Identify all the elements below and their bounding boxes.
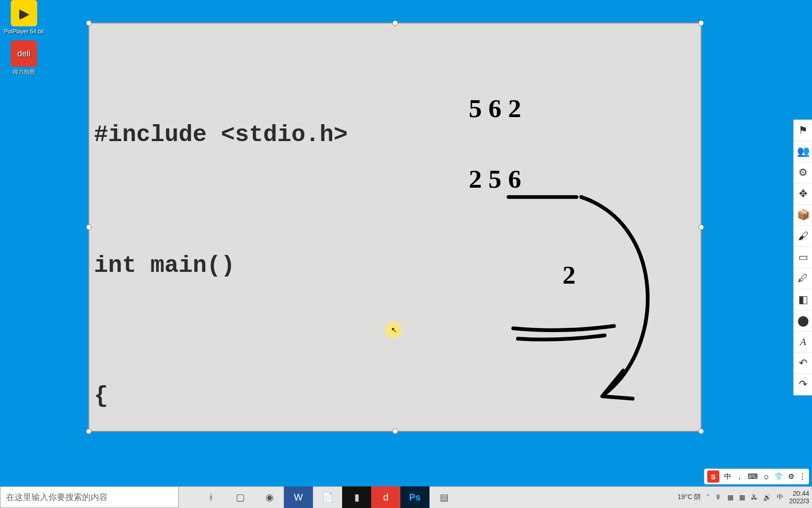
resize-handle-bottom-left[interactable]	[86, 429, 92, 434]
taskbar-notepad-icon[interactable]: 📄	[313, 486, 342, 508]
taskbar-photoshop-icon[interactable]: Ps	[400, 486, 429, 508]
resize-handle-top-left[interactable]	[86, 20, 92, 26]
select-tool-icon[interactable]: ▭	[794, 247, 812, 268]
tray-app-icon[interactable]: ▦	[739, 493, 745, 501]
desktop-icons: ▶ PotPlayer 64 bit deli 得力拍照	[3, 0, 45, 75]
tray-weather[interactable]: 19°C 阴	[678, 493, 701, 501]
package-tool-icon[interactable]: 📦	[794, 205, 812, 226]
tray-volume-icon[interactable]: 🔊	[763, 493, 771, 501]
desktop-icon-deli[interactable]: deli 得力拍照	[3, 40, 45, 75]
text-tool-icon[interactable]: A	[794, 332, 812, 353]
ime-item[interactable]: ⌨	[748, 472, 758, 481]
tray-mic-icon[interactable]: 🎙	[715, 493, 722, 501]
search-placeholder: 在这里输入你要搜索的内容	[6, 492, 108, 503]
search-input[interactable]: 在这里输入你要搜索的内容	[0, 486, 179, 508]
tray-ime[interactable]: 中	[777, 493, 783, 501]
system-tray: 19°C 阴 ˄ 🎙 ▦ ▦ 🖧 🔊 中 20:442022/3	[678, 486, 809, 508]
deli-icon: deli	[11, 40, 37, 67]
taskbar: 在这里输入你要搜索的内容 ᚼ ▢ ◉ W 📄 ▮ d Ps ▤ 19°C 阴 ˄…	[0, 486, 812, 508]
ime-item[interactable]: ，	[736, 472, 743, 481]
desktop-icon-label: 得力拍照	[13, 69, 35, 75]
taskbar-bluetooth-icon[interactable]: ᚼ	[196, 486, 226, 508]
gear-tool-icon[interactable]: ⚙	[794, 162, 812, 183]
eraser-tool-icon[interactable]: ◧	[794, 289, 812, 310]
undo-tool-icon[interactable]: ↶	[794, 353, 812, 374]
annotation-tool-panel: ⚑ 👥 ⚙ ✥ 📦 🖌 ▭ 🖊 ◧ ⬤ A ↶ ↷	[793, 119, 812, 396]
taskbar-cmd-icon[interactable]: ▮	[342, 486, 371, 508]
tray-app-icon[interactable]: ▦	[727, 493, 734, 501]
shapes-tool-icon[interactable]: ⬤	[794, 310, 812, 332]
taskbar-taskview-icon[interactable]: ▢	[226, 486, 255, 508]
taskbar-chrome-icon[interactable]: ◉	[255, 486, 284, 508]
taskbar-deli-icon[interactable]: d	[371, 486, 400, 508]
group-tool-icon[interactable]: 👥	[794, 141, 812, 162]
resize-handle-middle-left[interactable]	[86, 224, 92, 230]
resize-handle-middle-right[interactable]	[698, 224, 704, 230]
move-tool-icon[interactable]: ✥	[794, 183, 812, 205]
flag-tool-icon[interactable]: ⚑	[794, 120, 812, 141]
code-content: #include <stdio.h> int main() { int a, b…	[94, 26, 696, 508]
ime-item[interactable]: ⋮	[799, 472, 806, 481]
desktop-icon-potplayer[interactable]: ▶ PotPlayer 64 bit	[3, 0, 45, 35]
tray-clock[interactable]: 20:442022/3	[789, 490, 809, 505]
brush-tool-icon[interactable]: 🖌	[794, 226, 812, 247]
resize-handle-bottom-right[interactable]	[698, 429, 704, 434]
tray-network-icon[interactable]: 🖧	[751, 493, 757, 501]
taskbar-word-icon[interactable]: W	[284, 486, 313, 508]
potplayer-icon: ▶	[11, 0, 37, 26]
desktop-icon-label: PotPlayer 64 bit	[4, 28, 44, 35]
selected-image-object[interactable]: #include <stdio.h> int main() { int a, b…	[88, 23, 702, 432]
pen-tool-icon[interactable]: 🖊	[794, 268, 812, 289]
ime-item[interactable]: 👕	[774, 472, 783, 481]
taskbar-app-icon[interactable]: ▤	[429, 486, 459, 508]
resize-handle-middle-top[interactable]	[392, 20, 398, 26]
redo-tool-icon[interactable]: ↷	[794, 374, 812, 395]
resize-handle-top-right[interactable]	[698, 20, 704, 26]
ime-logo-icon[interactable]: S	[707, 470, 719, 483]
ime-item[interactable]: ⚙	[788, 472, 794, 481]
ime-item[interactable]: ☺	[763, 473, 770, 481]
ime-toolbar[interactable]: S 中 ， ⌨ ☺ 👕 ⚙ ⋮	[704, 468, 809, 484]
ime-item[interactable]: 中	[724, 472, 731, 481]
taskbar-apps: ᚼ ▢ ◉ W 📄 ▮ d Ps ▤	[196, 486, 459, 508]
tray-chevron-up-icon[interactable]: ˄	[706, 493, 710, 501]
